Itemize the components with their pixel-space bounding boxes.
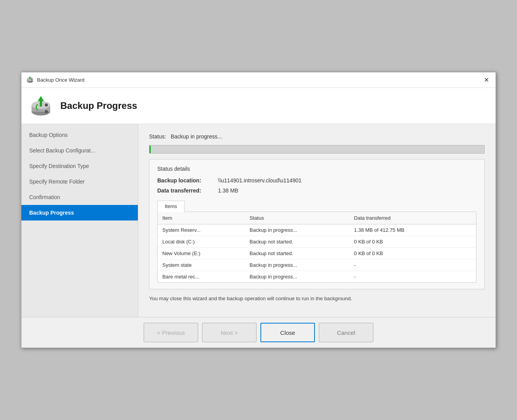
cell-status-3: Backup in progress... [245, 259, 349, 271]
previous-button[interactable]: < Previous [144, 323, 198, 342]
data-transferred-row: Data transferred: 1.38 MB [157, 187, 477, 194]
data-transferred-value: 1.38 MB [218, 187, 238, 194]
window-close-button[interactable]: ✕ [482, 75, 491, 84]
status-details-title: Status details [157, 166, 477, 172]
tab-content-items: Item Status Data transferred System Rese… [157, 212, 477, 283]
cell-item-4: Bare metal rec... [158, 271, 245, 282]
svg-point-9 [45, 103, 48, 107]
content-area: Status: Backup in progress... Status det… [138, 124, 496, 317]
header-backup-icon [29, 94, 53, 117]
cell-extra-3 [459, 259, 476, 271]
col-header-item: Item [158, 212, 245, 224]
col-header-status: Status [245, 212, 349, 224]
title-bar-left: Backup Once Wizard [26, 76, 84, 84]
cell-status-1: Backup not started. [245, 236, 349, 247]
progress-bar-fill [149, 145, 151, 153]
footer: < Previous Next > Close Cancel [21, 317, 496, 348]
items-table: Item Status Data transferred System Rese… [158, 212, 476, 282]
main-area: Backup Options Select Backup Configurat.… [21, 124, 496, 317]
notice-text: You may close this wizard and the backup… [149, 295, 485, 303]
table-row: Local disk (C:)Backup not started.0 KB o… [158, 236, 476, 247]
backup-location-row: Backup location: \\u114901.introserv.clo… [157, 177, 477, 184]
svg-point-10 [45, 110, 48, 113]
sidebar-item-select-backup-config[interactable]: Select Backup Configurat... [21, 143, 138, 158]
cell-item-0: System Reserv... [158, 224, 245, 236]
cell-data-1: 0 KB of 0 KB [349, 236, 459, 247]
sidebar-item-backup-options[interactable]: Backup Options [21, 127, 138, 143]
status-value: Backup in progress... [171, 133, 222, 140]
header-area: Backup Progress [21, 88, 496, 124]
cell-extra-4 [459, 271, 476, 282]
table-row: Bare metal rec...Backup in progress...- [158, 271, 476, 282]
cell-data-3: - [349, 259, 459, 271]
wizard-window: Backup Once Wizard ✕ Backup Progress Bac… [21, 72, 496, 348]
col-header-extra [459, 212, 476, 224]
app-icon [26, 76, 34, 84]
tab-items[interactable]: Items [157, 201, 185, 212]
data-transferred-label: Data transferred: [157, 187, 212, 194]
backup-location-label: Backup location: [157, 177, 212, 184]
sidebar-item-backup-progress[interactable]: Backup Progress [21, 205, 138, 220]
title-bar: Backup Once Wizard ✕ [21, 72, 496, 88]
cell-item-2: New Volume (E:) [158, 247, 245, 259]
table-row: System Reserv...Backup in progress...1.3… [158, 224, 476, 236]
status-label: Status: [149, 133, 166, 140]
cancel-button[interactable]: Cancel [319, 323, 373, 342]
table-row: System stateBackup in progress...- [158, 259, 476, 271]
sidebar-item-specify-remote-folder[interactable]: Specify Remote Folder [21, 174, 138, 189]
status-details-box: Status details Backup location: \\u11490… [149, 159, 485, 289]
status-row: Status: Backup in progress... [149, 133, 485, 140]
sidebar-item-specify-destination-type[interactable]: Specify Destination Type [21, 158, 138, 174]
cell-item-1: Local disk (C:) [158, 236, 245, 247]
col-header-data-transferred: Data transferred [349, 212, 459, 224]
sidebar: Backup Options Select Backup Configurat.… [21, 124, 138, 317]
cell-data-2: 0 KB of 0 KB [349, 247, 459, 259]
progress-bar-container [149, 145, 485, 154]
table-row: New Volume (E:)Backup not started.0 KB o… [158, 247, 476, 259]
backup-location-value: \\u114901.introserv.cloud\u114901 [218, 177, 302, 184]
cell-data-4: - [349, 271, 459, 282]
tab-header: Items [157, 201, 477, 212]
sidebar-item-confirmation[interactable]: Confirmation [21, 189, 138, 205]
window-title: Backup Once Wizard [37, 77, 84, 83]
page-title: Backup Progress [60, 100, 137, 111]
tabs-container: Items Item Status Data transferred [157, 201, 477, 283]
svg-point-3 [31, 79, 32, 80]
svg-point-4 [31, 81, 32, 82]
cell-status-2: Backup not started. [245, 247, 349, 259]
cell-status-0: Backup in progress... [245, 224, 349, 236]
cell-data-0: 1.38 MB of 412.75 MB [349, 224, 459, 236]
cell-item-3: System state [158, 259, 245, 271]
close-button[interactable]: Close [260, 323, 315, 342]
cell-extra-0 [459, 224, 476, 236]
next-button[interactable]: Next > [202, 323, 257, 342]
cell-extra-2 [459, 247, 476, 259]
cell-status-4: Backup in progress... [245, 271, 349, 282]
cell-extra-1 [459, 236, 476, 247]
